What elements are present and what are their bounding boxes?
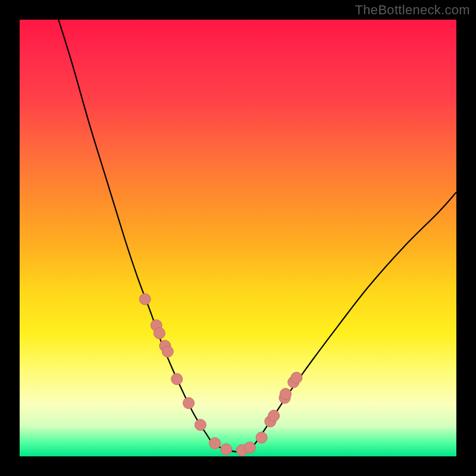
data-marker (280, 389, 292, 400)
data-marker (162, 346, 173, 357)
data-marker (268, 410, 280, 421)
watermark-text: TheBottleneck.com (355, 2, 470, 18)
data-marker (195, 419, 206, 431)
data-marker (291, 372, 302, 383)
data-marker (139, 293, 151, 305)
data-marker (171, 374, 183, 385)
data-marker (183, 397, 195, 409)
data-marker (221, 444, 232, 455)
chart-svg-layer (20, 20, 456, 456)
data-markers (139, 293, 302, 456)
data-marker (154, 328, 165, 339)
main-curve (58, 20, 456, 452)
chart-frame: TheBottleneck.com (0, 0, 476, 476)
data-marker (209, 437, 221, 449)
data-marker (256, 432, 267, 443)
data-marker (244, 442, 255, 453)
